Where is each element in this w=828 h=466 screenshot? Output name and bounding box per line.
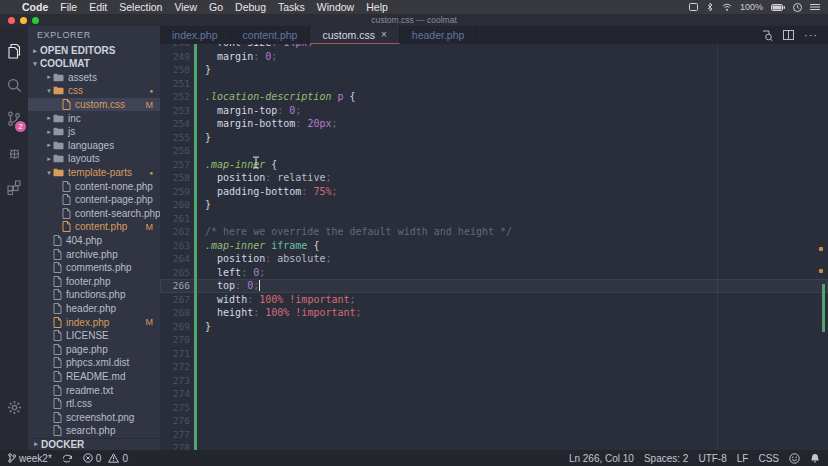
more-actions-icon[interactable]: ··· xyxy=(804,29,818,41)
tree-item-readme-txt[interactable]: readme.txt xyxy=(28,383,160,397)
code-line-265[interactable]: 265 left: 0; xyxy=(160,266,828,280)
tree-item-languages[interactable]: ▸languages xyxy=(28,139,160,153)
control-center-icon[interactable] xyxy=(810,3,820,11)
activitybar-settings-gear-icon[interactable] xyxy=(0,390,28,424)
code-line-274[interactable]: 274 xyxy=(160,387,828,401)
menubar-item-selection[interactable]: Selection xyxy=(119,1,162,13)
open-editors-section[interactable]: ▸ OPEN EDITORS xyxy=(28,44,160,57)
tab-index-php[interactable]: index.php xyxy=(160,26,231,44)
tree-item-assets[interactable]: ▸assets xyxy=(28,71,160,85)
tree-item-404-php[interactable]: 404.php xyxy=(28,234,160,248)
code-line-271[interactable]: 271 xyxy=(160,347,828,361)
feedback-smiley-icon[interactable] xyxy=(789,453,800,464)
tree-item-archive-php[interactable]: archive.php xyxy=(28,247,160,261)
code-line-261[interactable]: 261 xyxy=(160,212,828,226)
code-line-258[interactable]: 258 position: relative; xyxy=(160,171,828,185)
code-line-278[interactable]: 278 xyxy=(160,441,828,450)
tree-item-phpcs-xml-dist[interactable]: phpcs.xml.dist xyxy=(28,356,160,370)
tree-item-page-php[interactable]: page.php xyxy=(28,342,160,356)
menubar-item-go[interactable]: Go xyxy=(209,1,223,13)
code-line-260[interactable]: 260} xyxy=(160,198,828,212)
code-line-262[interactable]: 262/* here we override the default width… xyxy=(160,225,828,239)
git-branch-indicator[interactable]: week2* xyxy=(8,453,52,464)
close-tab-icon[interactable]: × xyxy=(381,29,387,40)
code-line-253[interactable]: 253 margin-top: 0; xyxy=(160,104,828,118)
tree-item-readme-md[interactable]: README.md xyxy=(28,370,160,384)
language-mode[interactable]: CSS xyxy=(758,453,779,464)
problems-indicator[interactable]: 0 0 xyxy=(83,453,128,464)
menubar-app-name[interactable]: Code xyxy=(22,1,48,13)
tree-item-index-php[interactable]: index.phpM xyxy=(28,315,160,329)
tree-item-footer-php[interactable]: footer.php xyxy=(28,274,160,288)
menubar-item-window[interactable]: Window xyxy=(317,1,354,13)
code-line-273[interactable]: 273 xyxy=(160,374,828,388)
root-folder-section[interactable]: ▾ COOLMAT xyxy=(28,57,160,70)
code-line-250[interactable]: 250} xyxy=(160,63,828,77)
menubar-item-edit[interactable]: Edit xyxy=(89,1,107,13)
code-line-267[interactable]: 267 width: 100% !important; xyxy=(160,293,828,307)
tree-item-js[interactable]: ▸js xyxy=(28,125,160,139)
tree-item-template-parts[interactable]: ▾template-parts● xyxy=(28,166,160,180)
tree-item-search-php[interactable]: search.php xyxy=(28,424,160,438)
tree-item-content-php[interactable]: content.phpM xyxy=(28,220,160,234)
tree-item-header-php[interactable]: header.php xyxy=(28,302,160,316)
tree-item-license[interactable]: LICENSE xyxy=(28,329,160,343)
code-line-251[interactable]: 251 xyxy=(160,77,828,91)
code-line-252[interactable]: 252.location-description p { xyxy=(160,90,828,104)
activitybar-debug-icon[interactable] xyxy=(0,136,28,170)
battery-percent[interactable]: 100% xyxy=(740,2,763,12)
code-line-257[interactable]: 257.map-inner { xyxy=(160,158,828,172)
tree-item-rtl-css[interactable]: rtl.css xyxy=(28,397,160,411)
menubar-item-file[interactable]: File xyxy=(60,1,77,13)
display-icon[interactable] xyxy=(689,3,698,11)
code-line-255[interactable]: 255} xyxy=(160,131,828,145)
code-line-249[interactable]: 249 margin: 0; xyxy=(160,50,828,64)
tree-item-content-none-php[interactable]: content-none.php xyxy=(28,179,160,193)
code-editor[interactable]: 248 font-size: 14px;249 margin: 0;250}25… xyxy=(160,44,828,450)
activitybar-source-control-icon[interactable]: 2 xyxy=(0,102,28,136)
code-line-264[interactable]: 264 position: absolute; xyxy=(160,252,828,266)
menubar-item-view[interactable]: View xyxy=(174,1,197,13)
encoding-setting[interactable]: UTF-8 xyxy=(698,453,726,464)
code-line-259[interactable]: 259 padding-bottom: 75%; xyxy=(160,185,828,199)
eol-setting[interactable]: LF xyxy=(737,453,749,464)
docker-section[interactable]: ▸ DOCKER xyxy=(28,438,160,450)
indentation-setting[interactable]: Spaces: 2 xyxy=(644,453,688,464)
tree-item-functions-php[interactable]: functions.php xyxy=(28,288,160,302)
code-line-270[interactable]: 270 xyxy=(160,333,828,347)
split-editor-icon[interactable] xyxy=(783,30,794,40)
menubar-item-debug[interactable]: Debug xyxy=(235,1,266,13)
open-changes-icon[interactable] xyxy=(762,30,773,41)
code-line-268[interactable]: 268 height: 100% !important; xyxy=(160,306,828,320)
activitybar-explorer-icon[interactable] xyxy=(0,34,28,68)
code-line-276[interactable]: 276 xyxy=(160,414,828,428)
tree-item-content-search-php[interactable]: content-search.php xyxy=(28,207,160,221)
notifications-bell-icon[interactable] xyxy=(810,453,820,464)
tab-custom-css[interactable]: custom.css× xyxy=(310,26,399,44)
code-line-263[interactable]: 263.map-inner iframe { xyxy=(160,239,828,253)
tree-item-custom-css[interactable]: custom.cssM xyxy=(28,98,160,112)
code-line-266[interactable]: 266 top: 0; xyxy=(160,279,828,293)
tree-item-css[interactable]: ▾css● xyxy=(28,84,160,98)
code-line-269[interactable]: 269} xyxy=(160,320,828,334)
clock-icon[interactable] xyxy=(793,3,802,12)
activitybar-extensions-icon[interactable] xyxy=(0,170,28,204)
tree-item-inc[interactable]: ▸inc xyxy=(28,111,160,125)
tree-item-comments-php[interactable]: comments.php xyxy=(28,261,160,275)
code-line-272[interactable]: 272 xyxy=(160,360,828,374)
code-line-275[interactable]: 275 xyxy=(160,401,828,415)
menubar-item-help[interactable]: Help xyxy=(366,1,388,13)
tree-item-layouts[interactable]: ▸layouts xyxy=(28,152,160,166)
tab-header-php[interactable]: header.php xyxy=(400,26,478,44)
code-line-254[interactable]: 254 margin-bottom: 20px; xyxy=(160,117,828,131)
code-line-277[interactable]: 277 xyxy=(160,428,828,442)
tree-item-content-page-php[interactable]: content-page.php xyxy=(28,193,160,207)
activitybar-search-icon[interactable] xyxy=(0,68,28,102)
sync-button[interactable] xyxy=(62,453,73,463)
wifi-icon[interactable] xyxy=(722,3,732,11)
tab-content-php[interactable]: content.php xyxy=(231,26,311,44)
bluetooth-icon[interactable] xyxy=(706,3,714,11)
cursor-position[interactable]: Ln 266, Col 10 xyxy=(569,453,634,464)
menubar-item-tasks[interactable]: Tasks xyxy=(278,1,305,13)
tree-item-screenshot-png[interactable]: screenshot.png xyxy=(28,410,160,424)
